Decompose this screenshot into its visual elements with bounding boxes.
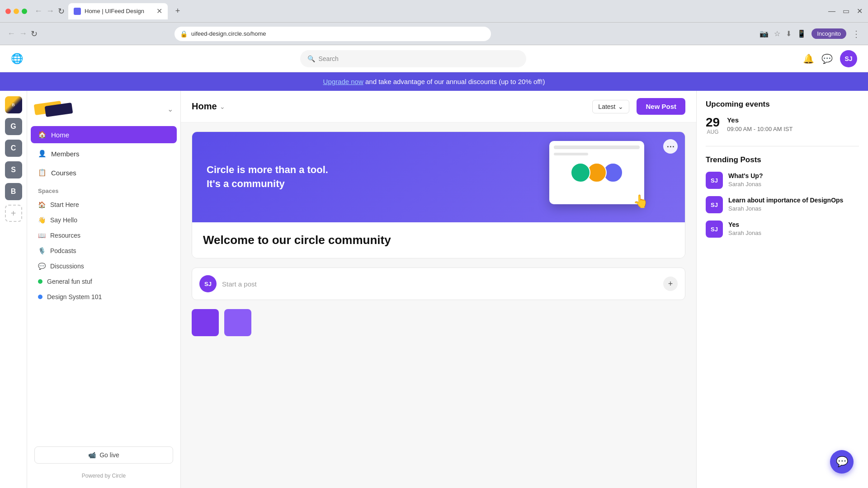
- chat-bubble-btn[interactable]: 💬: [830, 450, 854, 474]
- win-restore-icon[interactable]: ▭: [843, 7, 849, 15]
- space-discussions[interactable]: 💬 Discussions: [31, 259, 177, 273]
- nav-members-label: Members: [51, 150, 80, 158]
- notification-bell-icon[interactable]: 🔔: [803, 53, 814, 64]
- trending-post-author-2: Sarah Jonas: [728, 205, 843, 212]
- trending-post-author-3: Sarah Jonas: [728, 230, 761, 236]
- win-close-icon[interactable]: ✕: [857, 7, 863, 15]
- icon-sidebar-s[interactable]: S: [5, 161, 22, 178]
- sidebar-collapse-icon[interactable]: ⌄: [167, 105, 173, 113]
- new-post-btn[interactable]: New Post: [637, 98, 685, 115]
- icon-sidebar-c[interactable]: C: [5, 140, 22, 157]
- event-date: 29 AUG: [706, 116, 720, 135]
- cursor-icon: 👆: [633, 194, 649, 209]
- spaces-label: Spaces: [27, 182, 180, 197]
- space-general-fun[interactable]: General fun stuf: [31, 274, 177, 289]
- nav-courses-label: Courses: [51, 169, 76, 177]
- divider: [706, 146, 859, 146]
- home-page-title: Home: [192, 101, 217, 112]
- close-window-btn[interactable]: [5, 9, 11, 14]
- space-podcasts[interactable]: 🎙️ Podcasts: [31, 244, 177, 258]
- blue-dot-icon: [38, 295, 42, 299]
- hero-title: Welcome to our circle community: [203, 233, 674, 247]
- trending-avatar-3: SJ: [706, 221, 723, 238]
- trending-post-author-1: Sarah Jonas: [728, 181, 763, 188]
- upgrade-link[interactable]: Upgrade now: [323, 78, 363, 85]
- download-icon[interactable]: ⬇: [786, 29, 792, 38]
- discussions-icon: 💬: [38, 263, 46, 270]
- trending-post-title-3: Yes: [728, 221, 761, 229]
- icon-sidebar-b[interactable]: B: [5, 183, 22, 200]
- chat-icon[interactable]: 💬: [821, 53, 833, 64]
- home-nav-icon: 🏠: [38, 131, 47, 139]
- space-start-here[interactable]: 🏠 Start Here: [31, 197, 177, 212]
- maximize-window-btn[interactable]: [22, 9, 27, 14]
- event-item: 29 AUG Yes 09:00 AM - 10:00 AM IST: [706, 116, 859, 135]
- nav-home[interactable]: 🏠 Home: [31, 126, 177, 143]
- latest-label: Latest: [598, 103, 615, 110]
- hero-card: Circle is more than a tool. It's a commu…: [192, 131, 685, 258]
- nav-refresh-btn[interactable]: ↻: [31, 29, 38, 39]
- back-btn[interactable]: ←: [34, 6, 42, 16]
- hero-options-btn[interactable]: ⋯: [663, 139, 678, 154]
- hero-banner-text: Circle is more than a tool. It's a commu…: [207, 163, 342, 191]
- nav-members[interactable]: 👤 Members: [31, 145, 177, 162]
- composer-input[interactable]: Start a post: [222, 280, 658, 288]
- event-month: AUG: [706, 129, 720, 135]
- trending-item-2[interactable]: SJ Learn about importance of DesignOps S…: [706, 196, 859, 213]
- user-avatar[interactable]: SJ: [840, 50, 857, 67]
- podcasts-icon: 🎙️: [38, 247, 46, 254]
- space-say-hello[interactable]: 👋 Say Hello: [31, 213, 177, 227]
- business-community-icon[interactable]: B: [5, 96, 22, 113]
- tab-favicon: [74, 8, 81, 15]
- composer-avatar: SJ: [199, 275, 217, 292]
- search-bar[interactable]: 🔍 Search: [300, 50, 526, 67]
- add-community-btn[interactable]: +: [5, 205, 22, 222]
- event-time: 09:00 AM - 10:00 AM IST: [727, 126, 793, 132]
- trending-item-3[interactable]: SJ Yes Sarah Jonas: [706, 221, 859, 238]
- latest-sort-btn[interactable]: Latest ⌄: [592, 100, 629, 113]
- url-text: uifeed-design.circle.so/home: [191, 30, 266, 37]
- menu-icon[interactable]: ⋮: [852, 28, 861, 39]
- sidebar-header[interactable]: ⌄: [27, 96, 180, 125]
- nav-forward-btn[interactable]: →: [19, 29, 27, 38]
- bookmark-icon[interactable]: ☆: [774, 29, 780, 38]
- event-day: 29: [706, 116, 720, 129]
- events-title: Upcoming events: [706, 100, 859, 109]
- space-design-system[interactable]: Design System 101: [31, 290, 177, 304]
- green-dot-icon: [38, 279, 42, 284]
- address-bar[interactable]: 🔒 uifeed-design.circle.so/home: [175, 27, 491, 41]
- search-icon: 🔍: [307, 55, 315, 62]
- forward-btn[interactable]: →: [46, 6, 54, 16]
- trending-title: Trending Posts: [706, 155, 859, 164]
- trending-post-title-2: Learn about importance of DesignOps: [728, 196, 843, 204]
- tab-close-icon[interactable]: ✕: [156, 7, 162, 15]
- new-tab-btn[interactable]: +: [171, 5, 184, 18]
- trending-avatar-1: SJ: [706, 172, 723, 189]
- browser-tab[interactable]: Home | UIFeed Design ✕: [68, 3, 168, 19]
- post-composer: SJ Start a post +: [192, 267, 685, 300]
- say-hello-icon: 👋: [38, 216, 46, 224]
- trending-avatar-2: SJ: [706, 196, 723, 213]
- powered-by: Powered by Circle: [27, 469, 180, 483]
- trending-item-1[interactable]: SJ What's Up? Sarah Jonas: [706, 172, 859, 189]
- icon-sidebar-g[interactable]: G: [5, 118, 22, 135]
- lock-icon: 🔒: [180, 30, 188, 38]
- bottom-cards-preview: [192, 309, 685, 336]
- nav-back-btn[interactable]: ←: [7, 29, 15, 38]
- refresh-btn[interactable]: ↻: [58, 6, 65, 16]
- minimize-window-btn[interactable]: [14, 9, 19, 14]
- members-nav-icon: 👤: [38, 150, 47, 158]
- card-thumb-2: [224, 309, 251, 336]
- search-placeholder: Search: [319, 55, 339, 62]
- composer-add-btn[interactable]: +: [663, 277, 678, 291]
- avatar-1: [571, 163, 590, 183]
- banner-text: and take advantage of our annual discoun…: [365, 78, 545, 85]
- go-live-btn[interactable]: 📹 Go live: [34, 446, 173, 464]
- space-resources[interactable]: 📖 Resources: [31, 228, 177, 243]
- win-minimize-icon[interactable]: —: [828, 7, 835, 15]
- event-name: Yes: [727, 116, 793, 124]
- mobile-icon[interactable]: 📱: [797, 29, 806, 38]
- nav-courses[interactable]: 📋 Courses: [31, 164, 177, 181]
- tab-title: Home | UIFeed Design: [85, 8, 144, 14]
- incognito-btn[interactable]: Incognito: [811, 28, 846, 39]
